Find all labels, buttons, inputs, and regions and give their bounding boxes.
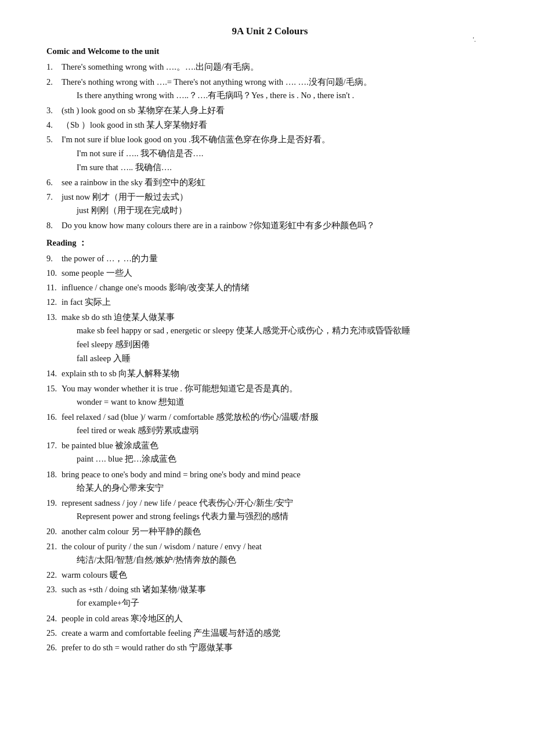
list-item: 9.the power of …，…的力量 xyxy=(46,252,493,265)
item-number: 20. xyxy=(46,525,62,538)
list-item: 14.explain sth to sb 向某人解释某物 xyxy=(46,367,493,380)
list-item: 2.There's nothing wrong with ….= There's… xyxy=(46,75,493,103)
item-number: 13. xyxy=(46,311,62,324)
item-number: 19. xyxy=(46,496,62,510)
item-first-line: Do you know how many colours there are i… xyxy=(62,221,375,230)
item-content: feel relaxed / sad (blue )/ warm / comfo… xyxy=(62,411,493,438)
item-first-line: There's something wrong with ….。….出问题/有毛… xyxy=(62,62,259,71)
item-content: make sb do sth 迫使某人做某事make sb feel happy… xyxy=(62,311,493,366)
item-sub-line: I'm sure that ….. 我确信…. xyxy=(62,161,493,174)
section-heading-0: Comic and Welcome to the unit xyxy=(46,45,493,58)
item-content: Do you know how many colours there are i… xyxy=(62,219,493,232)
list-item: 1.There's something wrong with ….。….出问题/… xyxy=(46,60,493,74)
item-content: create a warm and comfortable feeling 产生… xyxy=(62,627,493,640)
item-number: 18. xyxy=(46,468,62,481)
item-first-line: another calm colour 另一种平静的颜色 xyxy=(62,527,201,536)
item-content: be painted blue 被涂成蓝色paint …. blue 把…涂成蓝… xyxy=(62,439,493,466)
item-content: the power of …，…的力量 xyxy=(62,252,493,265)
item-sub-line: 纯洁/太阳/智慧/自然/嫉妒/热情奔放的颜色 xyxy=(62,553,493,567)
item-content: （Sb ）look good in sth 某人穿某物好看 xyxy=(62,118,493,132)
item-number: 9. xyxy=(46,252,62,265)
list-item: 10.some people 一些人 xyxy=(46,267,493,280)
list-item: 5.I'm not sure if blue look good on you … xyxy=(46,133,493,175)
item-number: 2. xyxy=(46,75,62,89)
item-number: 23. xyxy=(46,583,62,596)
item-content: just now 刚才（用于一般过去式）just 刚刚（用于现在完成时） xyxy=(62,190,493,218)
item-sub-line: Represent power and strong feelings 代表力量… xyxy=(62,510,493,523)
item-sub-line: fall asleep 入睡 xyxy=(62,352,493,365)
item-first-line: represent sadness / joy / new life / pea… xyxy=(62,498,293,507)
item-content: influence / change one's moods 影响/改变某人的情… xyxy=(62,281,493,294)
item-number: 16. xyxy=(46,411,62,424)
corner-mark: '. xyxy=(472,34,476,46)
item-first-line: just now 刚才（用于一般过去式） xyxy=(62,192,188,201)
item-first-line: feel relaxed / sad (blue )/ warm / comfo… xyxy=(62,412,319,422)
item-content: There's something wrong with ….。….出问题/有毛… xyxy=(62,60,493,74)
item-number: 26. xyxy=(46,641,62,654)
item-number: 8. xyxy=(46,219,62,232)
item-first-line: people in cold areas 寒冷地区的人 xyxy=(62,614,183,623)
item-first-line: You may wonder whether it is true . 你可能想… xyxy=(62,384,298,393)
list-item: 4.（Sb ）look good in sth 某人穿某物好看 xyxy=(46,118,493,132)
item-content: the colour of purity / the sun / wisdom … xyxy=(62,540,493,567)
item-content: explain sth to sb 向某人解释某物 xyxy=(62,367,493,380)
section-list-0: 1.There's something wrong with ….。….出问题/… xyxy=(46,60,493,232)
item-content: people in cold areas 寒冷地区的人 xyxy=(62,612,493,625)
list-item: 23.such as +sth / doing sth 诸如某物/做某事for … xyxy=(46,583,493,610)
item-first-line: see a rainbow in the sky 看到空中的彩虹 xyxy=(62,178,205,187)
item-number: 15. xyxy=(46,382,62,395)
item-content: represent sadness / joy / new life / pea… xyxy=(62,496,493,524)
item-number: 25. xyxy=(46,627,62,640)
item-first-line: explain sth to sb 向某人解释某物 xyxy=(62,369,179,378)
list-item: 12.in fact 实际上 xyxy=(46,296,493,309)
item-first-line: There's nothing wrong with ….= There's n… xyxy=(62,77,372,87)
item-content: (sth ) look good on sb 某物穿在某人身上好看 xyxy=(62,104,493,117)
item-content: some people 一些人 xyxy=(62,267,493,280)
item-first-line: in fact 实际上 xyxy=(62,297,111,307)
list-item: 15.You may wonder whether it is true . 你… xyxy=(46,382,493,409)
item-first-line: be painted blue 被涂成蓝色 xyxy=(62,441,158,450)
item-sub-line: feel sleepy 感到困倦 xyxy=(62,338,493,351)
item-number: 10. xyxy=(46,267,62,280)
item-first-line: warm colours 暖色 xyxy=(62,570,127,579)
item-first-line: some people 一些人 xyxy=(62,268,132,278)
item-content: I'm not sure if blue look good on you .我… xyxy=(62,133,493,175)
item-content: bring peace to one's body and mind = bri… xyxy=(62,468,493,495)
item-first-line: the colour of purity / the sun / wisdom … xyxy=(62,542,262,551)
item-content: prefer to do sth = would rather do sth 宁… xyxy=(62,641,493,654)
list-item: 13.make sb do sth 迫使某人做某事make sb feel ha… xyxy=(46,311,493,366)
item-number: 11. xyxy=(46,281,62,294)
item-number: 5. xyxy=(46,133,62,146)
item-sub-line: for example+句子 xyxy=(62,596,493,610)
item-first-line: influence / change one's moods 影响/改变某人的情… xyxy=(62,283,250,292)
item-number: 3. xyxy=(46,104,62,117)
item-number: 17. xyxy=(46,439,62,452)
item-first-line: (sth ) look good on sb 某物穿在某人身上好看 xyxy=(62,106,225,115)
list-item: 8.Do you know how many colours there are… xyxy=(46,219,493,232)
list-item: 11.influence / change one's moods 影响/改变某… xyxy=(46,281,493,294)
list-item: 18.bring peace to one's body and mind = … xyxy=(46,468,493,495)
item-content: There's nothing wrong with ….= There's n… xyxy=(62,75,493,103)
list-item: 7.just now 刚才（用于一般过去式）just 刚刚（用于现在完成时） xyxy=(46,190,493,218)
item-sub-line: just 刚刚（用于现在完成时） xyxy=(62,204,493,217)
item-first-line: bring peace to one's body and mind = bri… xyxy=(62,470,301,479)
section-heading-1: Reading ： xyxy=(46,236,493,250)
item-number: 4. xyxy=(46,118,62,132)
item-sub-line: Is there anything wrong with …..？….有毛病吗？… xyxy=(62,89,493,102)
item-content: You may wonder whether it is true . 你可能想… xyxy=(62,382,493,409)
item-content: such as +sth / doing sth 诸如某物/做某事for exa… xyxy=(62,583,493,610)
list-item: 6.see a rainbow in the sky 看到空中的彩虹 xyxy=(46,176,493,189)
list-item: 21.the colour of purity / the sun / wisd… xyxy=(46,540,493,567)
list-item: 3.(sth ) look good on sb 某物穿在某人身上好看 xyxy=(46,104,493,117)
item-first-line: such as +sth / doing sth 诸如某物/做某事 xyxy=(62,585,206,594)
list-item: 20.another calm colour 另一种平静的颜色 xyxy=(46,525,493,538)
item-number: 7. xyxy=(46,190,62,204)
list-item: 19.represent sadness / joy / new life / … xyxy=(46,496,493,524)
item-number: 1. xyxy=(46,60,62,74)
list-item: 26.prefer to do sth = would rather do st… xyxy=(46,641,493,654)
item-number: 12. xyxy=(46,296,62,309)
list-item: 25.create a warm and comfortable feeling… xyxy=(46,627,493,640)
item-first-line: the power of …，…的力量 xyxy=(62,254,158,263)
list-item: 17.be painted blue 被涂成蓝色paint …. blue 把…… xyxy=(46,439,493,466)
item-sub-line: 给某人的身心带来安宁 xyxy=(62,481,493,495)
